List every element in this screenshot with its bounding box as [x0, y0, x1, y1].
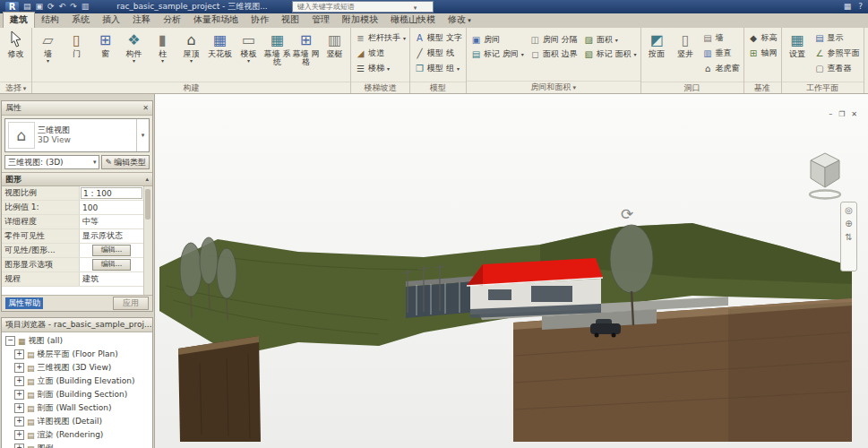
tag-area-tool[interactable]: ▧ 标记 面积 [581, 47, 639, 61]
expander-icon[interactable] [14, 349, 24, 359]
collapse-section-icon[interactable]: ▴ [145, 176, 149, 183]
opening-by-face-tool[interactable]: ◩ 按面 [643, 29, 671, 81]
expander-icon[interactable] [14, 363, 24, 373]
level-tool[interactable]: ◆ 标高 [746, 30, 779, 45]
tab-view[interactable]: 视图 [275, 13, 305, 28]
type-selector-arrow-icon[interactable] [136, 119, 149, 151]
redo-icon[interactable]: ↷ [70, 0, 77, 13]
properties-header[interactable]: 属性 ✕ [2, 101, 152, 116]
wall-tool[interactable]: ▱ 墙 [34, 29, 62, 81]
tree-item-views-root[interactable]: ▦ 视图 (all) [2, 334, 152, 348]
column-tool[interactable]: ▮ 柱 [149, 29, 176, 81]
apply-button[interactable]: 应用 [113, 297, 149, 310]
discipline-value[interactable]: 建筑 [80, 272, 143, 286]
print-icon[interactable]: ▥ [82, 0, 90, 13]
view-restore-button[interactable]: ❐ [838, 110, 845, 118]
project-browser-header[interactable]: 项目浏览器 - rac_basic_sample_proj... ✕ [2, 318, 152, 332]
tab-modify[interactable]: 修改 [442, 13, 477, 28]
room-tool[interactable]: ▣ 房间 [468, 32, 526, 47]
stair-tool[interactable]: ☰ 楼梯 [353, 61, 408, 75]
model-group-tool[interactable]: ❐ 模型 组 [412, 61, 464, 75]
expander-icon[interactable] [14, 430, 24, 440]
tree-item-rendering[interactable]: ▤ 渲染 (Rendering) [2, 428, 152, 442]
ceiling-tool[interactable]: ▦ 天花板 [206, 29, 234, 81]
tab-analyze[interactable]: 分析 [157, 13, 187, 28]
grid-tool[interactable]: ⊞ 轴网 [746, 46, 779, 60]
ramp-tool[interactable]: ◢ 坡道 [353, 46, 408, 60]
set-workplane-tool[interactable]: ▦ 设置 [784, 29, 812, 81]
tree-item-floor-plan[interactable]: ▤ 楼层平面 (Floor Plan) [2, 348, 152, 361]
detail-level-value[interactable]: 中等 [80, 215, 143, 228]
tab-addins[interactable]: 附加模块 [336, 13, 384, 28]
floor-tool[interactable]: ▭ 楼板 [235, 29, 262, 81]
revit-logo-icon[interactable]: R [5, 2, 19, 13]
tab-systems[interactable]: 系统 [65, 13, 96, 28]
expander-icon[interactable] [14, 417, 24, 426]
view-scale-value[interactable]: 1 : 100 [81, 187, 142, 199]
panel-label-room-area[interactable]: 房间和面积 [467, 81, 640, 93]
tag-room-tool[interactable]: ▤ 标记 房间 [468, 47, 526, 61]
sync-icon[interactable]: ⟳ [47, 0, 55, 13]
3d-scene[interactable]: ⟳ [155, 94, 868, 448]
railing-tool[interactable]: ≣ 栏杆扶手 [353, 30, 408, 45]
zoom-icon[interactable]: ⊕ [845, 220, 852, 228]
search-dropdown-icon[interactable] [414, 3, 417, 12]
expander-icon[interactable] [14, 403, 24, 413]
graphic-options-edit-button[interactable]: 编辑... [92, 259, 132, 271]
scale-value[interactable]: 100 [80, 201, 143, 214]
type-selector[interactable]: ⌂ 三维视图 3D View [4, 118, 150, 152]
show-workplane-tool[interactable]: ▤ 显示 [812, 30, 862, 45]
room-separator-tool[interactable]: ◫ 房间 分隔 [528, 32, 580, 47]
tree-item-elevation[interactable]: ▤ 立面 (Building Elevation) [2, 375, 152, 388]
ref-plane-tool[interactable]: ∠ 参照平面 [812, 46, 862, 60]
tab-insert[interactable]: 插入 [96, 13, 126, 28]
help-icon[interactable]: ? [858, 0, 863, 13]
dormer-tool[interactable]: ⌂ 老虎窗 [700, 61, 742, 75]
model-text-tool[interactable]: A 模型 文字 [412, 30, 464, 45]
tab-massing-site[interactable]: 体量和场地 [187, 13, 245, 28]
tab-manage[interactable]: 管理 [305, 13, 336, 28]
viewcube[interactable] [802, 146, 848, 203]
view-close-button[interactable]: ✕ [851, 110, 857, 118]
visibility-edit-button[interactable]: 编辑... [92, 245, 132, 256]
tab-structure[interactable]: 结构 [35, 13, 65, 28]
tab-annotate[interactable]: 注释 [126, 13, 157, 28]
modify-tool[interactable]: 修改 [2, 29, 30, 81]
tab-collaborate[interactable]: 协作 [245, 13, 275, 28]
tree-item-3d-view[interactable]: ▤ 三维视图 (3D View) [2, 361, 152, 375]
parts-visibility-value[interactable]: 显示原状态 [80, 229, 143, 243]
curtain-grid-tool[interactable]: ⊞ 幕墙 网格 [292, 29, 320, 81]
viewer-tool[interactable]: ▢ 查看器 [812, 61, 862, 75]
model-line-tool[interactable]: ╱ 模型 线 [412, 46, 464, 60]
vertical-opening-tool[interactable]: ▥ 垂直 [700, 46, 742, 60]
door-tool[interactable]: ▯ 门 [63, 29, 90, 81]
mullion-tool[interactable]: ▥ 竖梃 [321, 29, 348, 81]
curtain-system-tool[interactable]: ▦ 幕墙 系统 [263, 29, 291, 81]
steering-wheel-icon[interactable]: ◎ [845, 206, 853, 215]
expander-icon[interactable] [5, 336, 15, 346]
panel-label-select[interactable]: 选择 [0, 82, 31, 94]
expander-icon[interactable] [14, 444, 24, 448]
3d-viewport[interactable]: ⟳ – ❐ ✕ ◎ ⊕ ⇅ [154, 94, 868, 448]
wall-opening-tool[interactable]: ▤ 墙 [700, 30, 742, 45]
view-filter-select[interactable]: 三维视图: (3D) [4, 155, 99, 169]
expander-icon[interactable] [14, 390, 24, 400]
undo-icon[interactable]: ↶ [59, 0, 66, 13]
tab-olive-mountain[interactable]: 橄榄山快模 [384, 13, 442, 28]
area-boundary-tool[interactable]: ◻ 面积 边界 [528, 47, 580, 61]
save-icon[interactable]: ▣ [36, 0, 44, 13]
open-icon[interactable]: ▤ [23, 0, 31, 13]
tab-architecture[interactable]: 建筑 [3, 12, 35, 28]
tree-item-detail[interactable]: ▤ 详图视图 (Detail) [2, 415, 152, 428]
properties-scrollbar[interactable] [143, 186, 152, 295]
pan-icon[interactable]: ⇅ [845, 233, 852, 242]
tree-item-building-section[interactable]: ▤ 剖面 (Building Section) [2, 388, 152, 401]
edit-type-button[interactable]: ✎ 编辑类型 [101, 155, 150, 169]
properties-help-link[interactable]: 属性帮助 [5, 297, 43, 309]
keyword-search-input[interactable] [296, 2, 414, 12]
exchange-apps-icon[interactable]: ▦ [844, 0, 852, 13]
graphics-section-header[interactable]: 图形 ▴ [2, 172, 152, 186]
expander-icon[interactable] [14, 376, 24, 386]
shaft-tool[interactable]: ▯ 竖井 [672, 29, 700, 81]
area-tool[interactable]: ▨ 面积 [581, 32, 639, 47]
